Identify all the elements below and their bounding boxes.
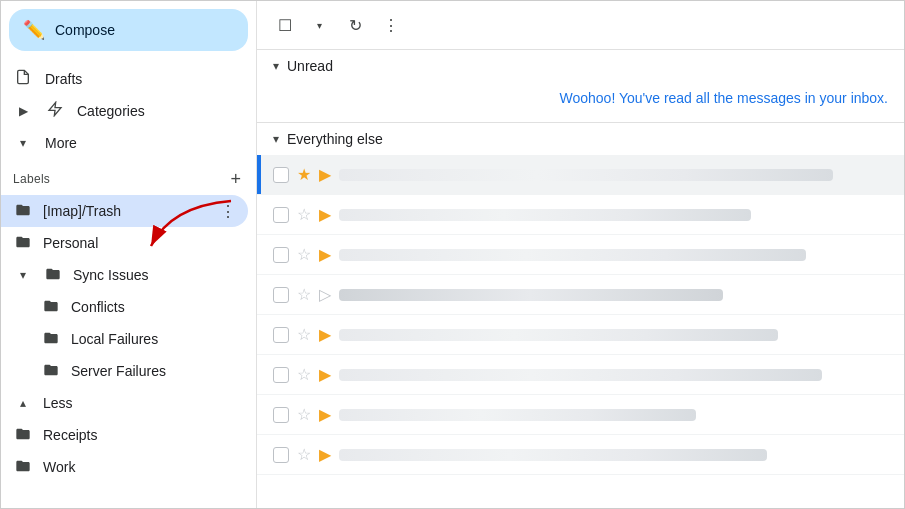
more-label: More [45, 135, 240, 151]
email-content [339, 209, 888, 221]
label-folder-icon [13, 202, 33, 221]
email-checkbox[interactable] [273, 287, 289, 303]
nav-item-drafts[interactable]: Drafts [1, 63, 248, 95]
email-content [339, 409, 888, 421]
table-row[interactable]: ☆ ▶ [257, 235, 904, 275]
less-label: Less [43, 395, 240, 411]
local-failures-folder-icon [41, 330, 61, 349]
star-icon[interactable]: ☆ [297, 405, 311, 424]
label-item-work[interactable]: Work ⋮ [1, 451, 248, 483]
work-folder-icon [13, 458, 33, 477]
email-content [339, 169, 888, 181]
star-icon[interactable]: ☆ [297, 365, 311, 384]
sync-issues-expand: ▾ [13, 268, 33, 282]
forward-arrow-icon: ▶ [319, 165, 331, 184]
star-icon[interactable]: ☆ [297, 445, 311, 464]
select-dropdown-button[interactable]: ▾ [303, 9, 335, 41]
label-item-less[interactable]: ▴ Less [1, 387, 248, 419]
categories-label: Categories [77, 103, 240, 119]
everything-else-title: Everything else [287, 131, 383, 147]
local-failures-label: Local Failures [71, 331, 206, 347]
forward-arrow-icon: ▶ [319, 445, 331, 464]
email-checkbox[interactable] [273, 367, 289, 383]
email-checkbox[interactable] [273, 247, 289, 263]
labels-section-header: Labels + [1, 159, 256, 195]
star-icon[interactable]: ★ [297, 165, 311, 184]
table-row[interactable]: ☆ ▶ [257, 435, 904, 475]
label-item-receipts[interactable]: Receipts ⋮ [1, 419, 248, 451]
table-row[interactable]: ★ ▶ [257, 155, 904, 195]
refresh-icon: ↻ [349, 16, 362, 35]
doc-icon [13, 69, 33, 89]
email-content [339, 289, 888, 301]
forward-arrow-icon: ▷ [319, 285, 331, 304]
expand-arrow-categories: ▶ [13, 104, 33, 118]
email-content [339, 249, 888, 261]
label-item-imap-trash[interactable]: [Imap]/Trash ⋮ [1, 195, 248, 227]
receipts-label: Receipts [43, 427, 206, 443]
more-options-button[interactable]: ⋮ [375, 9, 407, 41]
label-item-conflicts[interactable]: Conflicts ⋮ [1, 291, 248, 323]
labels-title: Labels [13, 172, 50, 186]
everything-else-chevron[interactable]: ▾ [273, 132, 279, 146]
conflicts-folder-icon [41, 298, 61, 317]
forward-arrow-icon: ▶ [319, 325, 331, 344]
label-item-personal[interactable]: Personal ⋮ [1, 227, 248, 259]
select-checkbox-button[interactable]: ☐ [269, 9, 301, 41]
table-row[interactable]: ☆ ▶ [257, 315, 904, 355]
personal-folder-icon [13, 234, 33, 253]
nav-item-more[interactable]: ▾ More [1, 127, 248, 159]
imap-trash-label: [Imap]/Trash [43, 203, 206, 219]
label-item-server-failures[interactable]: Server Failures ⋮ [1, 355, 248, 387]
star-icon[interactable]: ☆ [297, 285, 311, 304]
table-row[interactable]: ☆ ▶ [257, 395, 904, 435]
main-content: ☐ ▾ ↻ ⋮ ▾ Unread Woohoo! You've read all… [257, 1, 904, 508]
imap-trash-menu-button[interactable]: ⋮ [216, 200, 240, 223]
star-icon[interactable]: ☆ [297, 245, 311, 264]
drafts-label: Drafts [45, 71, 240, 87]
forward-arrow-icon: ▶ [319, 405, 331, 424]
unread-chevron[interactable]: ▾ [273, 59, 279, 73]
less-expand: ▴ [13, 396, 33, 410]
email-checkbox[interactable] [273, 327, 289, 343]
email-content [339, 369, 888, 381]
personal-label: Personal [43, 235, 206, 251]
add-label-button[interactable]: + [224, 167, 248, 191]
star-icon[interactable]: ☆ [297, 325, 311, 344]
nav-item-categories[interactable]: ▶ Categories [1, 95, 248, 127]
compose-button[interactable]: ✏️ Compose [9, 9, 248, 51]
categories-icon [45, 101, 65, 121]
email-checkbox[interactable] [273, 447, 289, 463]
pencil-icon: ✏️ [23, 19, 45, 41]
email-checkbox[interactable] [273, 407, 289, 423]
server-failures-label: Server Failures [71, 363, 206, 379]
work-label: Work [43, 459, 206, 475]
sidebar: ✏️ Compose Drafts ▶ Categories ▾ More La… [1, 1, 257, 508]
sync-issues-folder-icon [43, 266, 63, 285]
expand-arrow-more: ▾ [13, 136, 33, 150]
table-row[interactable]: ☆ ▷ [257, 275, 904, 315]
label-item-local-failures[interactable]: Local Failures ⋮ [1, 323, 248, 355]
email-content [339, 329, 888, 341]
email-checkbox[interactable] [273, 207, 289, 223]
compose-label: Compose [55, 22, 115, 38]
unread-empty-message: Woohoo! You've read all the messages in … [257, 82, 904, 123]
refresh-button[interactable]: ↻ [339, 9, 371, 41]
chevron-down-icon: ▾ [317, 20, 322, 31]
svg-marker-0 [49, 102, 61, 115]
everything-else-section-header: ▾ Everything else [257, 123, 904, 155]
table-row[interactable]: ☆ ▶ [257, 355, 904, 395]
email-list: ▾ Unread Woohoo! You've read all the mes… [257, 50, 904, 508]
unread-section-header: ▾ Unread [257, 50, 904, 82]
star-icon[interactable]: ☆ [297, 205, 311, 224]
email-checkbox[interactable] [273, 167, 289, 183]
checkbox-icon: ☐ [278, 16, 292, 35]
table-row[interactable]: ☆ ▶ [257, 195, 904, 235]
more-vertical-icon: ⋮ [383, 16, 399, 35]
app-container: ✏️ Compose Drafts ▶ Categories ▾ More La… [1, 1, 904, 508]
forward-arrow-icon: ▶ [319, 365, 331, 384]
forward-arrow-icon: ▶ [319, 205, 331, 224]
conflicts-label: Conflicts [71, 299, 206, 315]
label-item-sync-issues[interactable]: ▾ Sync Issues ⋮ [1, 259, 248, 291]
sync-issues-label: Sync Issues [73, 267, 206, 283]
